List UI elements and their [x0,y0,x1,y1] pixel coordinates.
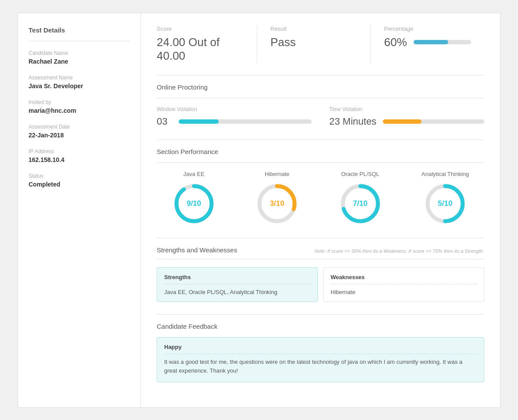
result-value: Pass [270,36,357,49]
main-content: Score 24.00 Out of 40.00 Result Pass Per… [141,13,500,407]
ip-address-value: 162.158.10.4 [29,156,130,163]
donut-col-analytical: Analytical Thinking 5/10 [421,171,469,226]
invited-by-value: maria@hnc.com [29,107,130,114]
donut-label-hibernate: Hibernate [265,171,289,177]
assessment-name-label: Assessment Name [29,75,130,81]
percentage-value: 60% [384,36,408,49]
score-col: Score 24.00 Out of 40.00 [157,25,257,63]
strengths-weaknesses-section: Strengths and Weaknesses Note: If score … [157,246,484,302]
window-violation-value-row: 03 [157,116,312,127]
donut-java-ee: 9/10 [172,182,216,226]
sw-note: Note: If score <= 30% then its a Weaknes… [314,248,484,254]
donut-text-oracle: 7/10 [353,199,367,208]
report-card: Test Details Candidate Name Rachael Zane… [18,13,500,408]
time-violation-bar-fill [383,119,421,124]
proctoring-title: Online Proctoring [157,83,484,91]
donut-col-hibernate: Hibernate 3/10 [255,171,299,226]
time-violation-bar-bg [383,119,484,124]
window-violation-col: Window Violation 03 [157,106,312,127]
weaknesses-title: Weaknesses [331,274,477,284]
score-label: Score [157,25,244,32]
weaknesses-box: Weaknesses Hibernate [323,267,484,302]
proctoring-section: Online Proctoring Window Violation 03 Ti… [157,83,484,127]
candidate-name-field: Candidate Name Rachael Zane [29,50,130,65]
assessment-name-field: Assessment Name Java Sr. Developer [29,75,130,90]
result-label: Result [270,25,357,32]
percentage-label: Percentage [384,25,471,32]
status-field: Status Completed [29,173,130,188]
sw-title: Strengths and Weaknesses [157,246,237,254]
ip-address-field: IP Address 162.158.10.4 [29,148,130,163]
window-violation-label: Window Violation [157,106,312,112]
feedback-text: It was a good test for me, the questions… [164,358,477,376]
window-violation-value: 03 [157,116,173,127]
time-violation-value: 23 Minutes [329,116,377,127]
section-performance: Section Performance Java EE 9/10 [157,148,484,226]
percentage-bar-bg [414,40,471,44]
section-performance-title: Section Performance [157,148,484,155]
assessment-name-value: Java Sr. Developer [29,83,130,90]
ip-address-label: IP Address [29,148,130,154]
feedback-mood: Happy [164,344,477,354]
donut-col-java-ee: Java EE 9/10 [172,171,216,226]
donut-label-oracle: Oracle PL/SQL [341,171,379,177]
score-result-row: Score 24.00 Out of 40.00 Result Pass Per… [157,25,484,63]
time-violation-col: Time Violation 23 Minutes [329,106,484,127]
status-label: Status [29,173,130,179]
feedback-box: Happy It was a good test for me, the que… [157,337,484,383]
proctoring-row: Window Violation 03 Time Violation 23 Mi… [157,106,484,127]
donut-analytical: 5/10 [423,182,467,226]
time-violation-value-row: 23 Minutes [329,116,484,127]
donut-label-analytical: Analytical Thinking [421,171,469,177]
donut-col-oracle: Oracle PL/SQL 7/10 [338,171,382,226]
sidebar: Test Details Candidate Name Rachael Zane… [18,13,141,407]
donut-hibernate: 3/10 [255,182,299,226]
window-violation-bar-bg [179,119,312,124]
sw-grid: Strengths Java EE, Oracle PL/SQL, Analyt… [157,267,484,302]
assessment-date-label: Assessment Date [29,124,130,130]
score-value: 24.00 Out of 40.00 [157,36,244,63]
strengths-content: Java EE, Oracle PL/SQL, Analytical Think… [164,289,310,295]
feedback-title: Candidate Feedback [157,323,484,330]
sw-header-row: Strengths and Weaknesses Note: If score … [157,246,484,254]
window-violation-bar-fill [179,119,219,124]
donut-text-analytical: 5/10 [438,199,453,208]
strengths-title: Strengths [164,274,310,284]
invited-by-field: Invited by maria@hnc.com [29,99,130,114]
donut-row: Java EE 9/10 Hibernate [157,171,484,226]
feedback-section: Candidate Feedback Happy It was a good t… [157,323,484,383]
result-col: Result Pass [270,25,371,63]
strengths-box: Strengths Java EE, Oracle PL/SQL, Analyt… [157,267,318,302]
invited-by-label: Invited by [29,99,130,105]
sidebar-title: Test Details [29,26,130,41]
assessment-date-value: 22-Jan-2018 [29,132,130,139]
assessment-date-field: Assessment Date 22-Jan-2018 [29,124,130,139]
percentage-col: Percentage 60% [384,25,484,63]
weaknesses-content: Hibernate [331,289,477,295]
candidate-name-value: Rachael Zane [29,58,130,65]
time-violation-label: Time Violation [329,106,484,112]
status-value: Completed [29,181,130,188]
percentage-row: 60% [384,36,471,49]
donut-label-java-ee: Java EE [183,171,205,177]
donut-oracle: 7/10 [338,182,382,226]
candidate-name-label: Candidate Name [29,50,130,56]
donut-text-hibernate: 3/10 [270,199,284,208]
percentage-bar-fill [414,40,448,44]
donut-text-java-ee: 9/10 [187,199,201,208]
